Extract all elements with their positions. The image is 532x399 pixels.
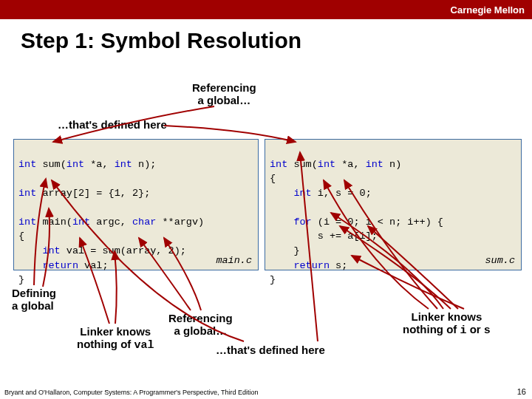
brand-text: Carnegie Mellon: [451, 4, 525, 16]
label-ref-global-mid: Referencing a global…: [168, 312, 233, 338]
header-bar: Carnegie Mellon: [0, 0, 532, 19]
label-linker-val: Linker knows nothing of val: [77, 325, 154, 352]
label-defining-global: Defining a global: [12, 287, 56, 313]
page-number: 16: [517, 387, 526, 396]
filename-sum: sum.c: [485, 253, 515, 268]
footer-credit: Bryant and O'Hallaron, Computer Systems:…: [4, 389, 258, 396]
label-defined-here-mid: …that's defined here: [216, 344, 325, 356]
filename-main: main.c: [216, 253, 252, 268]
label-ref-global-top: Referencing a global…: [192, 81, 256, 107]
code-main: int sum(int *a, int n); int array[2] = {…: [13, 139, 259, 270]
label-defined-here-top: …that's defined here: [58, 118, 167, 131]
label-linker-is: Linker knows nothing of i or s: [403, 310, 491, 338]
slide-title: Step 1: Symbol Resolution: [21, 28, 301, 53]
code-sum: int sum(int *a, int n) { int i, s = 0; f…: [265, 139, 522, 270]
